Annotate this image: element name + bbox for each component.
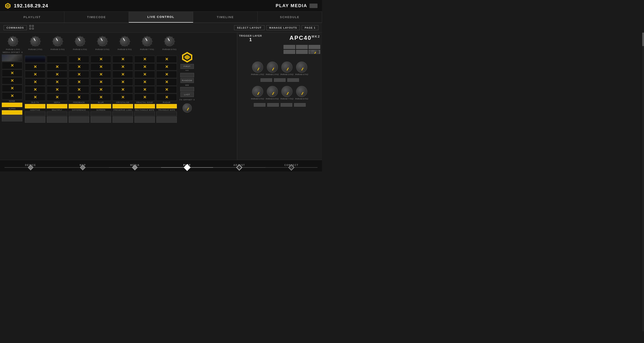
first-button[interactable]: FIRST: [180, 64, 194, 69]
r-bottom-btn-2[interactable]: [267, 103, 279, 107]
bottom-btn-2[interactable]: [47, 116, 67, 123]
fx-btn-6[interactable]: [134, 104, 155, 108]
r-btn-6-fader[interactable]: [308, 50, 320, 54]
blend-btn-7[interactable]: [156, 112, 177, 116]
blend-btn-4[interactable]: [90, 112, 111, 116]
grid-btn-r4-c3[interactable]: [69, 78, 89, 86]
grid-btn-r3-c4[interactable]: [90, 71, 111, 78]
knob-param8fx1[interactable]: [163, 35, 176, 48]
bottom-btn-5[interactable]: [112, 116, 133, 123]
grid-btn-r3-c3[interactable]: [69, 71, 89, 78]
fx-btn-4[interactable]: [90, 104, 111, 108]
grid-btn-r2-c2[interactable]: [47, 63, 67, 70]
r-small-btn-1[interactable]: [260, 78, 272, 82]
grid-btn-r4-c0[interactable]: [2, 77, 22, 84]
grid-btn-r5-c2[interactable]: [47, 86, 67, 93]
grid-btn-r5-c5[interactable]: [112, 86, 133, 93]
blend-btn-5[interactable]: [112, 112, 133, 116]
commands-button[interactable]: COMMANDS: [4, 25, 27, 30]
volume-knob[interactable]: [182, 103, 192, 113]
r-small-btn-2[interactable]: [274, 78, 286, 82]
page-button[interactable]: PAGE 1: [302, 25, 318, 30]
fx2-knob-2[interactable]: [267, 62, 278, 73]
thumbnail-btn-0[interactable]: [2, 54, 22, 62]
knob-param7fx1[interactable]: [141, 35, 154, 48]
blend-btn-6[interactable]: [134, 112, 155, 116]
grid-btn-r6-c5[interactable]: [112, 94, 133, 101]
blend-btn-2[interactable]: [47, 112, 67, 116]
knob-param6fx1[interactable]: [118, 35, 131, 48]
grid-btn-r3-c7[interactable]: [156, 71, 177, 78]
grid-btn-r1-c3[interactable]: [69, 56, 89, 63]
tab-timecode[interactable]: TIMECODE: [64, 12, 129, 22]
blend-btn-1[interactable]: [25, 112, 46, 116]
knob-param2fx1[interactable]: [29, 35, 42, 48]
r-small-btn-3[interactable]: [287, 78, 299, 82]
r-btn-2[interactable]: [296, 45, 308, 49]
fx2-knob-7[interactable]: [281, 86, 292, 97]
grid-btn-r2-c1[interactable]: [25, 63, 46, 70]
grid-btn-r4-c2[interactable]: [47, 78, 67, 86]
grid-btn-r6-c6[interactable]: [134, 94, 155, 101]
grid-btn-r4-c6[interactable]: [134, 78, 155, 86]
grid-btn-r3-c6[interactable]: [134, 71, 155, 78]
r-btn-4[interactable]: [284, 50, 295, 54]
grid-btn-r2-c7[interactable]: [156, 63, 177, 70]
grid-btn-r5-c4[interactable]: [90, 86, 111, 93]
bottom-btn-3[interactable]: [69, 116, 89, 123]
blend-btn-0[interactable]: [2, 110, 22, 115]
fx-btn-7[interactable]: [156, 104, 177, 108]
grid-btn-r3-c1[interactable]: [25, 71, 46, 78]
random-button[interactable]: RANDOM: [180, 78, 194, 83]
fx-btn-0[interactable]: [2, 103, 22, 107]
knob-param1fx1[interactable]: [6, 35, 20, 48]
grid-btn-r3-c0[interactable]: [2, 70, 22, 77]
grid-btn-r6-c4[interactable]: [90, 94, 111, 101]
grid-btn-r6-c1[interactable]: [25, 94, 46, 101]
fx2-knob-8[interactable]: [296, 86, 307, 97]
fx2-knob-3[interactable]: [281, 62, 292, 73]
grid-btn-r1-c5[interactable]: [112, 56, 133, 63]
right-fader-knob[interactable]: [309, 50, 319, 54]
grid-btn-r1-c6[interactable]: [134, 56, 155, 63]
bottom-btn-7[interactable]: [156, 116, 177, 123]
tab-timeline[interactable]: TIMELINE: [193, 12, 258, 22]
knob-dial-3[interactable]: [53, 36, 62, 46]
select-layout-button[interactable]: SELECT LAYOUT: [234, 25, 264, 30]
knob-dial-4[interactable]: [75, 36, 85, 46]
grid-btn-r4-c4[interactable]: [90, 78, 111, 86]
up-btn[interactable]: [180, 73, 194, 77]
grid-btn-r5-c6[interactable]: [134, 86, 155, 93]
grid-btn-r2-c0[interactable]: [2, 62, 22, 69]
bottom-btn-0[interactable]: [2, 115, 22, 122]
grid-btn-r2-c5[interactable]: [112, 63, 133, 70]
knob-dial-5[interactable]: [98, 36, 107, 46]
thumbnail-btn-1[interactable]: [25, 56, 46, 63]
grid-btn-r3-c5[interactable]: [112, 71, 133, 78]
grid-btn-r6-c2[interactable]: [47, 94, 67, 101]
knob-dial-8[interactable]: [164, 36, 174, 46]
knob-dial[interactable]: [8, 36, 18, 46]
manage-layouts-button[interactable]: MANAGE LAYOUTS: [266, 25, 300, 30]
r-bottom-btn-1[interactable]: [254, 103, 266, 107]
knob-dial-7[interactable]: [142, 36, 152, 46]
grid-btn-r5-c3[interactable]: [69, 86, 89, 93]
fx2-knob-1[interactable]: [252, 62, 263, 73]
knob-dial-6[interactable]: [120, 36, 130, 46]
tab-schedule[interactable]: SCHEDULE: [258, 12, 322, 22]
grid-btn-r2-c3[interactable]: [69, 63, 89, 70]
grid-btn-r4-c7[interactable]: [156, 78, 177, 86]
fx2-knob-6[interactable]: [267, 86, 278, 97]
fx-btn-2[interactable]: [47, 104, 67, 108]
grid-btn-r2-c4[interactable]: [90, 63, 111, 70]
bottom-btn-1[interactable]: [25, 116, 46, 123]
grid-btn-r5-c1[interactable]: [25, 86, 46, 93]
grid-btn-r4-c5[interactable]: [112, 78, 133, 86]
down-btn[interactable]: [180, 87, 194, 92]
fx-btn-3[interactable]: [69, 104, 89, 108]
r-btn-5[interactable]: [296, 50, 308, 54]
knob-param3fx1[interactable]: [51, 35, 64, 48]
fx2-knob-5[interactable]: [252, 86, 263, 97]
grid-btn-r4-c1[interactable]: [25, 78, 46, 86]
grid-btn-r2-c6[interactable]: [134, 63, 155, 70]
